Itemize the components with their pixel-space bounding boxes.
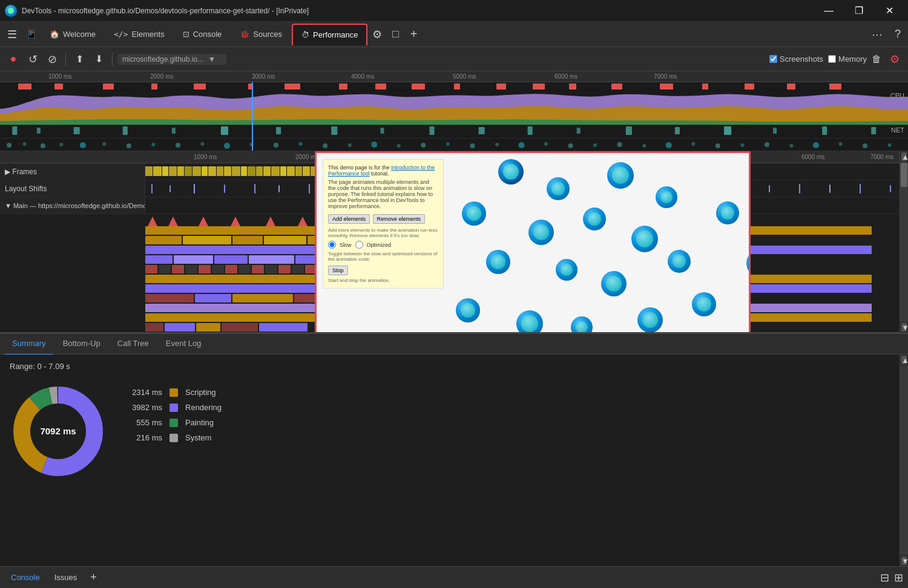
device-toggle-button[interactable]: 📱 bbox=[23, 26, 40, 43]
scroll-down-arrow[interactable]: ▼ bbox=[901, 323, 907, 332]
add-panel-button[interactable]: + bbox=[85, 571, 102, 584]
new-tab-button[interactable]: + bbox=[405, 26, 422, 43]
tab-elements[interactable]: </> Elements bbox=[105, 24, 173, 45]
memory-checkbox-label[interactable]: Memory bbox=[828, 54, 867, 64]
tab-call-tree[interactable]: Call Tree bbox=[110, 333, 156, 355]
svg-rect-7 bbox=[331, 126, 337, 135]
timeline-scrollbar[interactable]: ▲ ▼ bbox=[900, 151, 908, 333]
svg-rect-61 bbox=[254, 184, 255, 194]
svg-point-20 bbox=[23, 142, 27, 146]
reload-profile-button[interactable]: ↺ bbox=[24, 51, 41, 68]
tab-sources-label: Sources bbox=[253, 30, 282, 39]
bottom-scrollbar[interactable]: ▲ ▼ bbox=[900, 354, 908, 566]
tab-bottom-up[interactable]: Bottom-Up bbox=[56, 333, 108, 355]
gear-button[interactable]: ⚙ bbox=[886, 51, 903, 68]
svg-point-48 bbox=[691, 142, 695, 146]
tab-welcome[interactable]: 🏠 Welcome bbox=[41, 24, 104, 45]
cpu-svg bbox=[0, 91, 908, 125]
scroll-thumb[interactable] bbox=[901, 163, 907, 187]
slow-radio[interactable] bbox=[328, 241, 336, 249]
bottom-scroll-track[interactable] bbox=[900, 365, 908, 555]
remove-elements-button[interactable]: Remove elements bbox=[373, 214, 426, 224]
error-indicator bbox=[787, 83, 795, 90]
bottom-content-wrapper: Range: 0 - 7.09 s bbox=[0, 354, 908, 566]
tab-sources[interactable]: 🐞 Sources bbox=[231, 24, 291, 45]
svg-rect-93 bbox=[145, 255, 173, 264]
error-indicator bbox=[829, 83, 841, 90]
stop-desc: Start and stop the animation. bbox=[328, 278, 438, 283]
ruler-mark-6000: 6000 ms bbox=[554, 73, 577, 80]
svg-point-32 bbox=[299, 142, 303, 146]
performance-toolbar: ● ↺ ⊘ ⬆ ⬇ microsoftedge.github.io... ▼ S… bbox=[0, 47, 908, 71]
url-display: microsoftedge.github.io... ▼ bbox=[117, 54, 226, 65]
svg-rect-85 bbox=[183, 236, 231, 244]
svg-point-39 bbox=[470, 143, 475, 148]
svg-point-33 bbox=[323, 143, 327, 148]
tab-performance[interactable]: ⏱ Performance bbox=[292, 24, 367, 45]
total-ms: 7092 ms bbox=[40, 426, 76, 436]
frame-block bbox=[177, 166, 184, 176]
svg-point-41 bbox=[518, 142, 524, 148]
settings-tab-button[interactable]: ⚙ bbox=[369, 26, 386, 43]
sidebar-toggle-button[interactable]: ☰ bbox=[2, 25, 22, 44]
stop-button[interactable]: Stop bbox=[328, 266, 348, 275]
tab-console[interactable]: ⊡ Console bbox=[174, 24, 231, 45]
minimize-button[interactable]: — bbox=[815, 0, 843, 22]
frame-block bbox=[263, 166, 271, 176]
close-button[interactable]: ✕ bbox=[875, 0, 903, 22]
optimized-radio[interactable] bbox=[355, 241, 363, 249]
url-dropdown-icon[interactable]: ▼ bbox=[208, 55, 215, 64]
memory-checkbox[interactable] bbox=[828, 55, 836, 63]
rendering-label: Rendering bbox=[185, 403, 222, 412]
scroll-track[interactable] bbox=[900, 162, 908, 322]
frames-label[interactable]: ▶ Frames bbox=[0, 163, 145, 180]
error-indicator bbox=[248, 83, 253, 90]
bottom-scroll-down[interactable]: ▼ bbox=[901, 557, 907, 565]
add-elements-button[interactable]: Add elements bbox=[328, 214, 370, 224]
clear-button[interactable]: ⊘ bbox=[44, 51, 61, 68]
tab-event-log[interactable]: Event Log bbox=[159, 333, 209, 355]
screenshots-checkbox-label[interactable]: Screenshots bbox=[769, 54, 823, 64]
warning-triangle bbox=[148, 217, 157, 226]
bottom-tabs: Summary Bottom-Up Call Tree Event Log bbox=[0, 333, 908, 354]
error-indicator bbox=[745, 83, 754, 90]
frame-block bbox=[256, 166, 263, 176]
edge-logo bbox=[607, 162, 634, 189]
edge-logo bbox=[692, 292, 716, 316]
svg-rect-13 bbox=[626, 126, 632, 135]
overview-ruler: 1000 ms 2000 ms 3000 ms 4000 ms 5000 ms … bbox=[0, 71, 908, 82]
screenshots-checkbox[interactable] bbox=[769, 55, 777, 63]
frame-block bbox=[145, 166, 153, 176]
main-timeline[interactable]: 1000 ms 2000 ms 3000 ms 3000 4000 ms 500… bbox=[0, 151, 900, 333]
help-button[interactable]: ? bbox=[890, 25, 906, 43]
svg-point-56 bbox=[888, 143, 892, 147]
tab-bar: ☰ 📱 🏠 Welcome </> Elements ⊡ Console 🐞 S… bbox=[0, 22, 908, 47]
edge-logo bbox=[486, 250, 510, 274]
download-profile-button[interactable]: ⬇ bbox=[90, 51, 107, 68]
trash-button[interactable]: 🗑 bbox=[872, 54, 881, 65]
sidebar-panel-button[interactable]: □ bbox=[387, 26, 404, 43]
cpu-chart[interactable]: CPU bbox=[0, 91, 908, 125]
upload-profile-button[interactable]: ⬆ bbox=[71, 51, 88, 68]
more-tabs-button[interactable]: ⋯ bbox=[867, 25, 887, 44]
record-button[interactable]: ● bbox=[5, 51, 22, 68]
system-label: System bbox=[185, 433, 211, 442]
maximize-button[interactable]: ❐ bbox=[845, 0, 873, 22]
bottom-scroll-up[interactable]: ▲ bbox=[901, 356, 907, 364]
net-label: NET bbox=[891, 126, 904, 134]
svg-rect-112 bbox=[292, 265, 304, 273]
demo-intro-text: This demo page is for the Introduction t… bbox=[328, 165, 438, 177]
layout-shifts-label: Layout Shifts bbox=[0, 180, 145, 197]
dock-button[interactable]: ⊟ bbox=[880, 571, 889, 584]
scroll-up-arrow[interactable]: ▲ bbox=[901, 152, 907, 161]
main-timeline-wrapper: 1000 ms 2000 ms 3000 ms 3000 4000 ms 500… bbox=[0, 151, 908, 333]
screenshots-svg bbox=[0, 140, 908, 151]
console-status-tab[interactable]: Console bbox=[5, 570, 46, 584]
svg-point-28 bbox=[200, 142, 204, 146]
svg-rect-10 bbox=[479, 127, 485, 134]
svg-rect-125 bbox=[145, 294, 194, 302]
svg-point-49 bbox=[716, 143, 720, 148]
expand-button[interactable]: ⊞ bbox=[894, 571, 903, 584]
issues-status-tab[interactable]: Issues bbox=[48, 570, 84, 584]
tab-summary[interactable]: Summary bbox=[5, 333, 53, 355]
